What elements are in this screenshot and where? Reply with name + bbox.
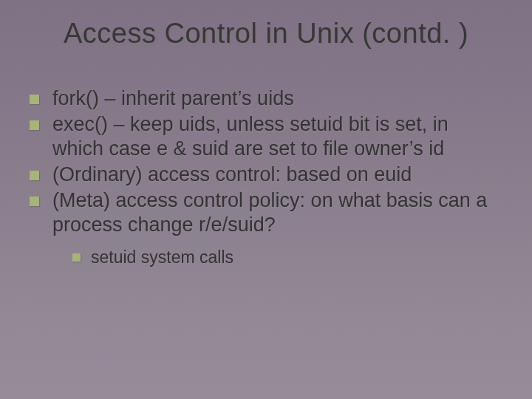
square-bullet-icon bbox=[72, 253, 81, 262]
square-bullet-icon bbox=[30, 171, 39, 180]
sub-list: setuid system calls bbox=[72, 248, 502, 267]
sub-list-item-text: setuid system calls bbox=[91, 248, 233, 267]
list-item-text: (Ordinary) access control: based on euid bbox=[52, 163, 412, 187]
list-item: fork() – inherit parent’s uids bbox=[30, 86, 502, 111]
square-bullet-icon bbox=[30, 95, 39, 104]
list-item-text: fork() – inherit parent’s uids bbox=[52, 86, 294, 111]
slide-body: fork() – inherit parent’s uids exec() – … bbox=[30, 86, 502, 267]
square-bullet-icon bbox=[30, 197, 39, 206]
slide-title: Access Control in Unix (contd. ) bbox=[0, 0, 532, 57]
square-bullet-icon bbox=[30, 120, 39, 130]
list-item: (Ordinary) access control: based on euid bbox=[30, 163, 502, 187]
list-item-text: (Meta) access control policy: on what ba… bbox=[52, 188, 502, 237]
list-item: exec() – keep uids, unless setuid bit is… bbox=[30, 112, 502, 161]
list-item: (Meta) access control policy: on what ba… bbox=[30, 188, 502, 237]
list-item-text: exec() – keep uids, unless setuid bit is… bbox=[52, 112, 502, 161]
sub-list-item: setuid system calls bbox=[72, 248, 502, 267]
